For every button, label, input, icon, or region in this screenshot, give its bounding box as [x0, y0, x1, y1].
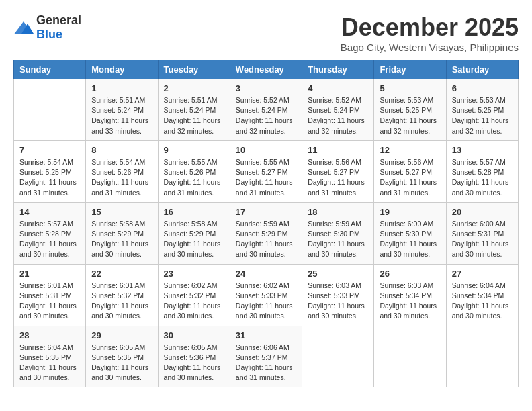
day-number: 5 [380, 83, 440, 93]
day-number: 14 [19, 207, 80, 217]
day-info: Sunrise: 5:51 AMSunset: 5:24 PMDaylight:… [164, 95, 224, 136]
day-info: Sunrise: 6:03 AMSunset: 5:34 PMDaylight:… [380, 281, 440, 322]
day-number: 13 [452, 145, 513, 155]
calendar-week-4: 21Sunrise: 6:01 AMSunset: 5:31 PMDayligh… [14, 264, 519, 326]
day-info: Sunrise: 5:59 AMSunset: 5:29 PMDaylight:… [236, 219, 296, 260]
header-friday: Friday [374, 60, 446, 79]
title-block: December 2025 Bago City, Western Visayas… [341, 13, 519, 53]
page-header: General Blue December 2025 Bago City, We… [13, 13, 519, 53]
day-number: 22 [91, 269, 152, 279]
calendar-cell: 26Sunrise: 6:03 AMSunset: 5:34 PMDayligh… [374, 264, 446, 326]
day-info: Sunrise: 5:51 AMSunset: 5:24 PMDaylight:… [91, 95, 152, 136]
logo-icon [13, 19, 34, 36]
day-number: 18 [308, 207, 368, 217]
calendar-cell: 21Sunrise: 6:01 AMSunset: 5:31 PMDayligh… [14, 264, 86, 326]
calendar-cell: 29Sunrise: 6:05 AMSunset: 5:35 PMDayligh… [86, 326, 158, 387]
calendar-cell: 28Sunrise: 6:04 AMSunset: 5:35 PMDayligh… [14, 326, 86, 387]
day-info: Sunrise: 5:52 AMSunset: 5:24 PMDaylight:… [236, 95, 296, 136]
day-number: 3 [236, 83, 296, 93]
calendar-cell: 27Sunrise: 6:04 AMSunset: 5:34 PMDayligh… [446, 264, 518, 326]
day-number: 10 [236, 145, 296, 155]
calendar-cell: 9Sunrise: 5:55 AMSunset: 5:26 PMDaylight… [158, 140, 230, 202]
calendar-cell: 31Sunrise: 6:06 AMSunset: 5:37 PMDayligh… [230, 326, 302, 387]
calendar-cell [446, 326, 518, 387]
calendar-cell: 25Sunrise: 6:03 AMSunset: 5:33 PMDayligh… [302, 264, 374, 326]
header-thursday: Thursday [302, 60, 374, 79]
calendar-cell: 30Sunrise: 6:05 AMSunset: 5:36 PMDayligh… [158, 326, 230, 387]
calendar-cell: 16Sunrise: 5:58 AMSunset: 5:29 PMDayligh… [158, 202, 230, 264]
calendar-cell: 23Sunrise: 6:02 AMSunset: 5:32 PMDayligh… [158, 264, 230, 326]
calendar-week-1: 1Sunrise: 5:51 AMSunset: 5:24 PMDaylight… [14, 79, 519, 141]
header-sunday: Sunday [14, 60, 86, 79]
day-number: 9 [164, 145, 224, 155]
calendar-cell: 24Sunrise: 6:02 AMSunset: 5:33 PMDayligh… [230, 264, 302, 326]
calendar-week-5: 28Sunrise: 6:04 AMSunset: 5:35 PMDayligh… [14, 326, 519, 387]
day-info: Sunrise: 5:57 AMSunset: 5:28 PMDaylight:… [452, 157, 513, 198]
calendar-cell: 13Sunrise: 5:57 AMSunset: 5:28 PMDayligh… [446, 140, 518, 202]
day-number: 27 [452, 269, 513, 279]
day-number: 21 [19, 269, 80, 279]
day-info: Sunrise: 6:05 AMSunset: 5:35 PMDaylight:… [91, 342, 152, 383]
day-info: Sunrise: 5:54 AMSunset: 5:25 PMDaylight:… [19, 157, 80, 198]
calendar-cell: 22Sunrise: 6:01 AMSunset: 5:32 PMDayligh… [86, 264, 158, 326]
day-info: Sunrise: 5:58 AMSunset: 5:29 PMDaylight:… [164, 219, 224, 260]
calendar-header-row: SundayMondayTuesdayWednesdayThursdayFrid… [14, 60, 519, 79]
calendar-cell: 4Sunrise: 5:52 AMSunset: 5:24 PMDaylight… [302, 79, 374, 141]
header-saturday: Saturday [446, 60, 518, 79]
calendar-cell: 5Sunrise: 5:53 AMSunset: 5:25 PMDaylight… [374, 79, 446, 141]
day-info: Sunrise: 6:00 AMSunset: 5:31 PMDaylight:… [452, 219, 513, 260]
location-subtitle: Bago City, Western Visayas, Philippines [341, 42, 519, 53]
calendar-cell: 8Sunrise: 5:54 AMSunset: 5:26 PMDaylight… [86, 140, 158, 202]
calendar-cell: 10Sunrise: 5:55 AMSunset: 5:27 PMDayligh… [230, 140, 302, 202]
calendar-cell [14, 79, 86, 141]
logo-general: General [36, 13, 81, 27]
calendar-cell: 15Sunrise: 5:58 AMSunset: 5:29 PMDayligh… [86, 202, 158, 264]
day-number: 28 [19, 330, 80, 340]
day-info: Sunrise: 5:52 AMSunset: 5:24 PMDaylight:… [308, 95, 368, 136]
day-number: 29 [91, 330, 152, 340]
day-info: Sunrise: 5:57 AMSunset: 5:28 PMDaylight:… [19, 219, 80, 260]
calendar-cell: 3Sunrise: 5:52 AMSunset: 5:24 PMDaylight… [230, 79, 302, 141]
day-number: 1 [91, 83, 152, 93]
day-info: Sunrise: 5:54 AMSunset: 5:26 PMDaylight:… [91, 157, 152, 198]
month-title: December 2025 [341, 13, 519, 42]
calendar-cell: 17Sunrise: 5:59 AMSunset: 5:29 PMDayligh… [230, 202, 302, 264]
calendar-cell: 11Sunrise: 5:56 AMSunset: 5:27 PMDayligh… [302, 140, 374, 202]
day-info: Sunrise: 5:56 AMSunset: 5:27 PMDaylight:… [308, 157, 368, 198]
calendar-cell: 6Sunrise: 5:53 AMSunset: 5:25 PMDaylight… [446, 79, 518, 141]
day-number: 17 [236, 207, 296, 217]
header-monday: Monday [86, 60, 158, 79]
day-number: 19 [380, 207, 440, 217]
calendar-week-3: 14Sunrise: 5:57 AMSunset: 5:28 PMDayligh… [14, 202, 519, 264]
day-info: Sunrise: 6:00 AMSunset: 5:30 PMDaylight:… [380, 219, 440, 260]
calendar-cell: 14Sunrise: 5:57 AMSunset: 5:28 PMDayligh… [14, 202, 86, 264]
day-number: 26 [380, 269, 440, 279]
day-info: Sunrise: 5:55 AMSunset: 5:27 PMDaylight:… [236, 157, 296, 198]
calendar-cell: 19Sunrise: 6:00 AMSunset: 5:30 PMDayligh… [374, 202, 446, 264]
logo-text: General Blue [36, 13, 81, 42]
header-wednesday: Wednesday [230, 60, 302, 79]
day-number: 8 [91, 145, 152, 155]
day-number: 15 [91, 207, 152, 217]
day-info: Sunrise: 5:53 AMSunset: 5:25 PMDaylight:… [380, 95, 440, 136]
day-info: Sunrise: 6:03 AMSunset: 5:33 PMDaylight:… [308, 281, 368, 322]
day-info: Sunrise: 5:53 AMSunset: 5:25 PMDaylight:… [452, 95, 513, 136]
calendar-cell: 18Sunrise: 5:59 AMSunset: 5:30 PMDayligh… [302, 202, 374, 264]
day-info: Sunrise: 6:01 AMSunset: 5:31 PMDaylight:… [19, 281, 80, 322]
header-tuesday: Tuesday [158, 60, 230, 79]
day-number: 31 [236, 330, 296, 340]
logo-blue: Blue [36, 28, 62, 41]
day-info: Sunrise: 6:05 AMSunset: 5:36 PMDaylight:… [164, 342, 224, 383]
day-number: 23 [164, 269, 224, 279]
day-number: 2 [164, 83, 224, 93]
day-number: 30 [164, 330, 224, 340]
calendar-cell [374, 326, 446, 387]
day-number: 12 [380, 145, 440, 155]
calendar-cell: 1Sunrise: 5:51 AMSunset: 5:24 PMDaylight… [86, 79, 158, 141]
calendar-cell: 12Sunrise: 5:56 AMSunset: 5:27 PMDayligh… [374, 140, 446, 202]
calendar-table: SundayMondayTuesdayWednesdayThursdayFrid… [13, 60, 519, 387]
day-number: 25 [308, 269, 368, 279]
calendar-cell: 7Sunrise: 5:54 AMSunset: 5:25 PMDaylight… [14, 140, 86, 202]
day-number: 11 [308, 145, 368, 155]
logo: General Blue [13, 13, 81, 42]
